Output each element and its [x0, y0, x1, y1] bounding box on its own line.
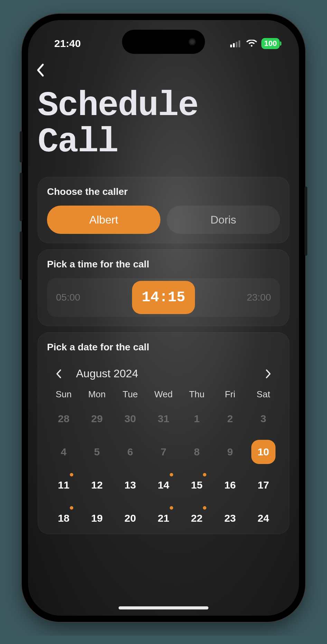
calendar-day[interactable]: 15 [180, 472, 213, 499]
screen: 21:40 100 Schedule Call Choose the calle… [28, 20, 299, 616]
calendar-day[interactable]: 17 [247, 472, 280, 499]
side-button [20, 231, 22, 280]
time-slider[interactable]: 05:00 14:15 23:00 [47, 278, 280, 317]
event-dot-icon [170, 506, 173, 510]
dynamic-island [122, 30, 205, 54]
chevron-left-icon [56, 369, 62, 379]
caller-label: Choose the caller [47, 186, 280, 197]
calendar-day[interactable]: 13 [114, 472, 147, 499]
calendar-day: 3 [247, 405, 280, 432]
dow-label: Wed [147, 389, 180, 403]
calendar-day[interactable]: 18 [47, 505, 80, 532]
page-title: Schedule Call [38, 88, 289, 160]
calendar-day: 1 [180, 405, 213, 432]
calendar-day[interactable]: 12 [80, 472, 113, 499]
svg-rect-2 [236, 42, 237, 47]
svg-rect-0 [230, 45, 232, 47]
cellular-icon [230, 40, 242, 47]
dow-label: Tue [114, 389, 147, 403]
calendar-day[interactable]: 14 [147, 472, 180, 499]
time-min: 05:00 [56, 292, 80, 303]
wifi-icon [246, 40, 257, 47]
side-button [305, 187, 307, 256]
event-dot-icon [70, 473, 73, 476]
calendar-day[interactable]: 22 [180, 505, 213, 532]
dow-label: Mon [80, 389, 113, 403]
chevron-right-icon [265, 369, 271, 379]
calendar-day[interactable]: 19 [80, 505, 113, 532]
time-max: 23:00 [247, 292, 271, 303]
date-label: Pick a date for the call [47, 342, 280, 353]
calendar-day: 4 [47, 438, 80, 465]
caller-card: Choose the caller AlbertDoris [38, 177, 289, 243]
time-label: Pick a time for the call [47, 259, 280, 270]
prev-month-button[interactable] [52, 369, 66, 379]
caller-option-albert[interactable]: Albert [47, 206, 160, 234]
status-time: 21:40 [54, 38, 81, 49]
time-card: Pick a time for the call 05:00 14:15 23:… [38, 249, 289, 326]
calendar-day: 6 [114, 438, 147, 465]
calendar-day[interactable]: 24 [247, 505, 280, 532]
phone-frame: 21:40 100 Schedule Call Choose the calle… [22, 14, 305, 622]
battery-level: 100 [264, 39, 277, 48]
svg-rect-1 [233, 43, 235, 47]
calendar-day[interactable]: 21 [147, 505, 180, 532]
calendar-day: 9 [213, 438, 246, 465]
side-button [20, 131, 22, 162]
calendar-day: 5 [80, 438, 113, 465]
home-indicator[interactable] [119, 606, 208, 609]
dow-label: Sun [47, 389, 80, 403]
dow-label: Fri [213, 389, 246, 403]
calendar-day: 2 [213, 405, 246, 432]
calendar-day: 28 [47, 405, 80, 432]
dow-label: Sat [247, 389, 280, 403]
calendar-day[interactable]: 10 [247, 438, 280, 465]
event-dot-icon [203, 473, 206, 476]
date-card: Pick a date for the call August 2024 Sun… [38, 332, 289, 534]
calendar-day: 7 [147, 438, 180, 465]
month-label: August 2024 [76, 367, 138, 380]
time-value[interactable]: 14:15 [132, 281, 195, 314]
calendar-day: 8 [180, 438, 213, 465]
event-dot-icon [170, 473, 173, 476]
svg-rect-3 [239, 40, 240, 47]
calendar-day[interactable]: 11 [47, 472, 80, 499]
calendar-day[interactable]: 16 [213, 472, 246, 499]
caller-option-doris[interactable]: Doris [167, 206, 280, 234]
next-month-button[interactable] [261, 369, 275, 379]
calendar-day: 30 [114, 405, 147, 432]
calendar-day[interactable]: 23 [213, 505, 246, 532]
dow-label: Thu [180, 389, 213, 403]
side-button [20, 173, 22, 221]
back-button[interactable] [36, 61, 53, 79]
event-dot-icon [203, 506, 206, 510]
calendar-day: 31 [147, 405, 180, 432]
chevron-left-icon [36, 63, 45, 77]
calendar-day: 29 [80, 405, 113, 432]
calendar-day[interactable]: 20 [114, 505, 147, 532]
event-dot-icon [70, 506, 73, 510]
battery-indicator: 100 [261, 38, 280, 49]
